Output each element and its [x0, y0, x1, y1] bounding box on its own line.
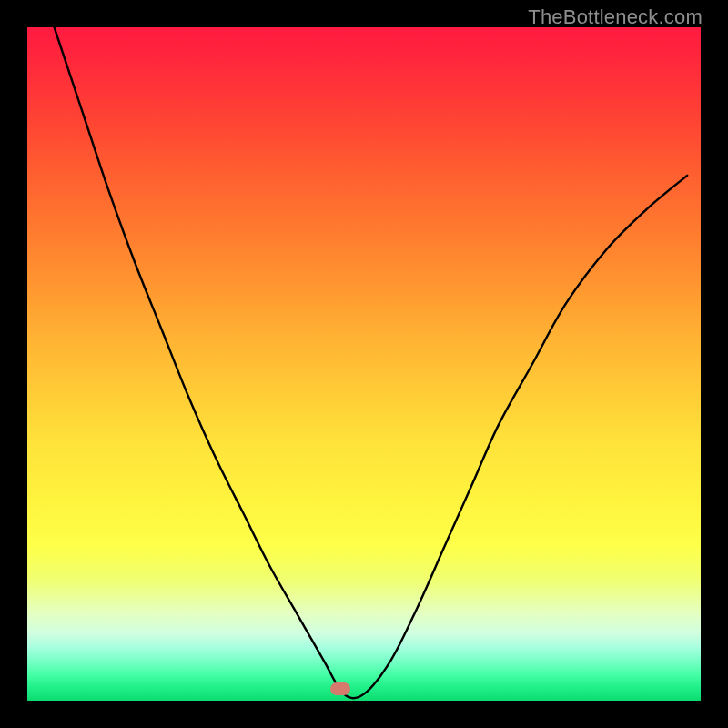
watermark-text: TheBottleneck.com: [528, 5, 703, 29]
plot-area: [27, 27, 701, 701]
minimum-marker: [330, 682, 350, 695]
chart-container: TheBottleneck.com: [0, 0, 728, 728]
bottleneck-curve: [27, 27, 701, 701]
